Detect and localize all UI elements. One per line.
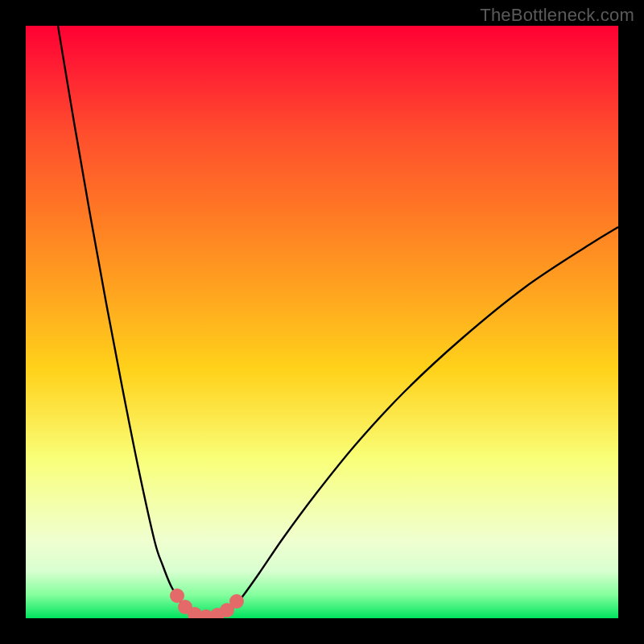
- bottom-markers-group: [170, 588, 244, 618]
- dots-layer: [26, 26, 618, 618]
- watermark-text: TheBottleneck.com: [480, 5, 634, 26]
- marker-dot: [229, 594, 244, 609]
- plot-area: [26, 26, 618, 618]
- chart-frame: TheBottleneck.com: [0, 0, 644, 644]
